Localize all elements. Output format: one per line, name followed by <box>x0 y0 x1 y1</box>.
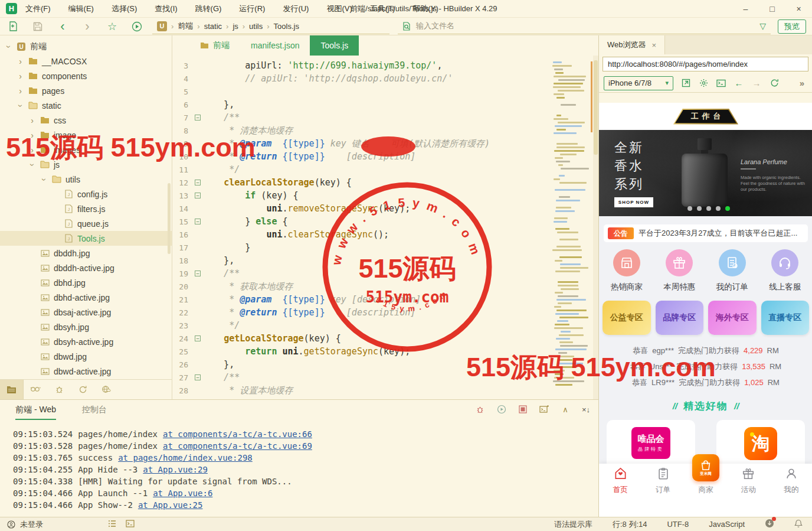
breadcrumb-item[interactable]: utils <box>249 22 263 31</box>
tree-item-dbwd-active.jpg[interactable]: dbwd-active.jpg <box>0 364 172 379</box>
carousel-dot[interactable] <box>697 206 702 211</box>
stop-icon[interactable] <box>518 405 528 414</box>
back-icon[interactable]: ‹ <box>57 21 68 32</box>
code-line-17[interactable]: 17 } <box>173 241 598 254</box>
code-line-11[interactable]: 11 */ <box>173 163 598 176</box>
nav-back-icon[interactable]: ← <box>734 78 744 89</box>
menu-编辑(E)[interactable]: 编辑(E) <box>68 4 94 14</box>
breadcrumb-item[interactable]: Tools.js <box>274 22 299 31</box>
tree-item-components[interactable]: ›components <box>0 69 172 83</box>
maximize-button[interactable]: □ <box>759 0 785 18</box>
tree-expand-icon[interactable]: › <box>17 57 24 66</box>
code-line-21[interactable]: 21 * @param {[type]} key [description] <box>173 293 598 306</box>
fold-icon[interactable]: − <box>193 193 202 198</box>
url-input[interactable]: http://localhost:8080/#/pages/home/index <box>603 57 808 71</box>
menu-运行(R)[interactable]: 运行(R) <box>239 4 265 14</box>
close-button[interactable]: × <box>785 0 812 18</box>
code-line-20[interactable]: 20 * 获取本地缓存 <box>173 280 598 293</box>
tree-item-dbwd.jpg[interactable]: dbwd.jpg <box>0 349 172 364</box>
tree-collapse-icon[interactable]: › <box>4 43 14 50</box>
code-line-22[interactable]: 22 * @return {[type]} [description] <box>173 306 598 319</box>
tree-item-css[interactable]: ›css <box>0 113 172 128</box>
web-panel-icon[interactable] <box>94 380 118 399</box>
detach-window-icon[interactable] <box>680 78 691 89</box>
refresh-panel-icon[interactable] <box>71 380 94 399</box>
nav-item-我的[interactable]: 我的 <box>774 467 809 495</box>
tree-item-filters.js[interactable]: Jfilters.js <box>0 201 172 216</box>
minimap[interactable] <box>552 61 591 387</box>
nav-item-订单[interactable]: 订单 <box>646 467 681 495</box>
editor-scrollbar[interactable] <box>593 56 598 399</box>
notice-bar[interactable]: 公告 平台于2023年3月27成立，目前该平台已超正... <box>604 224 808 242</box>
login-status[interactable]: 未登录 <box>20 519 43 530</box>
encoding-status[interactable]: UTF-8 <box>667 520 689 529</box>
files-panel-icon[interactable] <box>0 380 24 399</box>
tree-item-Tools.js[interactable]: JTools.js <box>0 231 172 246</box>
tree-item-dbsyh.jpg[interactable]: dbsyh.jpg <box>0 320 172 334</box>
device-select[interactable]: iPhone 6/7/8 ▾ <box>604 76 673 90</box>
zone-card-公益专区[interactable]: 公益专区 <box>603 301 651 335</box>
console-tab-console[interactable]: 控制台 <box>82 405 107 415</box>
menu-发行(U)[interactable]: 发行(U) <box>283 4 309 14</box>
code-line-16[interactable]: 16 uni.clearStorageSync(); <box>173 228 598 241</box>
code-line-25[interactable]: 25 return uni.getStorageSync(key); <box>173 345 598 358</box>
new-terminal-icon[interactable] <box>539 405 549 414</box>
tree-expand-icon[interactable]: › <box>28 116 36 125</box>
language-mode[interactable]: JavaScript <box>709 520 745 529</box>
tree-item-pages[interactable]: ›pages <box>0 83 172 98</box>
collapse-icon[interactable]: ∧ <box>561 405 570 414</box>
code-line-4[interactable]: 4 // apiUrl: 'http://dqshop.doubleyu.cn/… <box>173 72 598 85</box>
code-line-10[interactable]: 10 * @return {[type]} [description] <box>173 150 598 163</box>
tree-collapse-icon[interactable]: › <box>28 161 37 168</box>
quick-link-本周特惠[interactable]: 本周特惠 <box>656 249 702 292</box>
quick-link-我的订单[interactable]: 我的订单 <box>709 249 755 292</box>
forward-icon[interactable]: › <box>81 21 93 32</box>
code-line-12[interactable]: 12− clearLocalStorage(key) { <box>173 176 598 189</box>
shop-now-button[interactable]: SHOP NOW <box>614 197 653 207</box>
fold-icon[interactable]: − <box>193 180 202 185</box>
restart-icon[interactable] <box>497 405 506 414</box>
tree-item-static[interactable]: ›static <box>0 98 172 113</box>
banner-carousel[interactable]: 全新香水系列 SHOP NOW Larana Perfume Made with… <box>599 130 812 216</box>
tab-tools-js[interactable]: Tools.js <box>310 35 359 56</box>
fold-icon[interactable]: − <box>193 219 202 224</box>
quick-link-热销商家[interactable]: 热销商家 <box>604 249 650 292</box>
tree-item-images[interactable]: ›images <box>0 142 172 157</box>
search-panel-icon[interactable] <box>24 380 47 399</box>
tree-expand-icon[interactable]: › <box>28 131 36 140</box>
tree-item-js[interactable]: ›js <box>0 157 172 172</box>
zone-card-海外专区[interactable]: 海外专区 <box>708 301 757 335</box>
breadcrumb-item[interactable]: js <box>233 22 238 31</box>
quick-link-线上客服[interactable]: 线上客服 <box>762 249 808 292</box>
code-line-8[interactable]: 8 * 清楚本地缓存 <box>173 124 598 137</box>
code-line-9[interactable]: 9 * @param {[type]} key 键名 可填(默认清楚所有缓存) <box>173 137 598 150</box>
menu-查找(I)[interactable]: 查找(I) <box>155 4 177 14</box>
code-line-5[interactable]: 5 <box>173 85 598 98</box>
outline-icon[interactable] <box>108 520 116 529</box>
breadcrumb-item[interactable]: 前端 <box>178 21 193 31</box>
log-source-link[interactable]: at App.vue:6 <box>153 488 212 498</box>
new-file-icon[interactable] <box>7 21 19 32</box>
code-line-19[interactable]: 19− /** <box>173 267 598 280</box>
tree-item-__MACOSX[interactable]: ›__MACOSX <box>0 54 172 69</box>
tree-item-dbhd-active.jpg[interactable]: dbhd-active.jpg <box>0 290 172 305</box>
nav-forward-icon[interactable]: → <box>751 78 762 89</box>
carousel-dot[interactable] <box>725 206 730 211</box>
code-line-23[interactable]: 23 */ <box>173 319 598 332</box>
code-line-28[interactable]: 28 * 设置本地缓存 <box>173 384 598 397</box>
menu-跳转(G)[interactable]: 跳转(G) <box>195 4 222 14</box>
code-line-3[interactable]: 3 apiUrl: 'http://699.haiwaiym39.top/', <box>173 59 598 72</box>
code-line-24[interactable]: 24− getLocalStorage(key) { <box>173 332 598 345</box>
nav-item-首页[interactable]: 首页 <box>603 467 638 495</box>
tree-expand-icon[interactable]: › <box>17 71 24 81</box>
zone-card-直播专区[interactable]: 直播专区 <box>761 301 810 335</box>
menu-文件(F)[interactable]: 文件(F) <box>25 4 51 14</box>
more-icon[interactable]: » <box>797 78 807 89</box>
log-source-link[interactable]: at components/a-tc/a-tc.vue:69 <box>163 441 312 451</box>
run-icon[interactable] <box>131 21 143 32</box>
log-source-link[interactable]: at components/a-tc/a-tc.vue:66 <box>163 429 312 439</box>
sidebar-scrollbar[interactable] <box>168 183 171 254</box>
code-line-15[interactable]: 15− } else { <box>173 215 598 228</box>
log-source-link[interactable]: at App.vue:25 <box>138 500 203 510</box>
preview-button[interactable]: 预览 <box>778 19 806 34</box>
